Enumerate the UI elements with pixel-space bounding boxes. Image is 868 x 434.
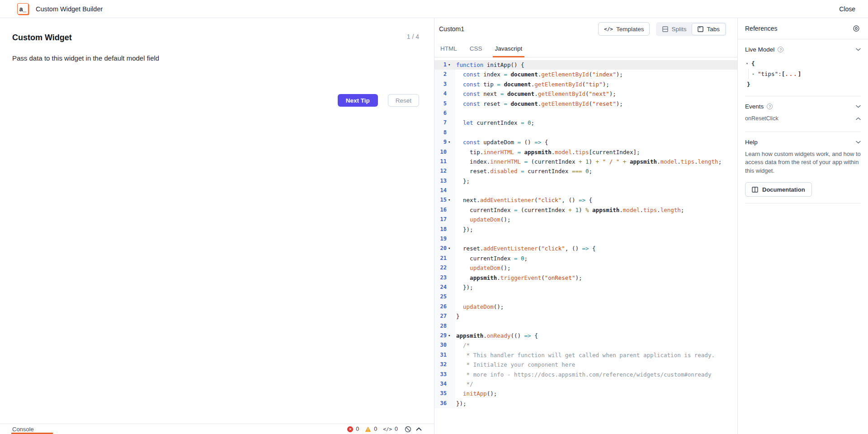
- line-number: 29: [434, 331, 447, 340]
- code-brackets-icon: </>: [604, 26, 613, 32]
- code-line[interactable]: 21 currentIndex = 0;: [434, 254, 737, 263]
- code-editor[interactable]: 1▾function initApp() {2 const index = do…: [434, 57, 737, 434]
- editor-tab-css[interactable]: CSS: [470, 40, 482, 57]
- code-text: index.innerHTML = (currentIndex + 1) + "…: [455, 157, 722, 166]
- reset-button[interactable]: Reset: [388, 94, 419, 107]
- code-text: const tip = document.getElementById("tip…: [455, 80, 609, 89]
- fold-spacer: [447, 254, 455, 263]
- code-line[interactable]: 8: [434, 128, 737, 137]
- code-line[interactable]: 15▾ next.addEventListener("click", () =>…: [434, 195, 737, 205]
- code-text: [455, 128, 456, 137]
- code-line[interactable]: 33 * more info - https://docs.appsmith.c…: [434, 370, 737, 379]
- code-line[interactable]: 12 reset.disabled = currentIndex === 0;: [434, 166, 737, 176]
- live-model-header[interactable]: Live Model ?: [745, 39, 861, 56]
- fold-spacer: [447, 166, 455, 176]
- fold-toggle-icon[interactable]: ▾: [447, 60, 455, 70]
- code-line[interactable]: 30 /*: [434, 340, 737, 350]
- code-line[interactable]: 25: [434, 292, 737, 302]
- gutter: 1▾: [434, 60, 455, 70]
- fold-toggle-icon[interactable]: ▾: [447, 195, 455, 205]
- code-line[interactable]: 28: [434, 321, 737, 331]
- help-text: Learn how custom widgets work, and how t…: [745, 148, 861, 175]
- fold-spacer: [447, 99, 455, 108]
- editor-tab-javascript[interactable]: Javascript: [495, 40, 523, 57]
- code-line[interactable]: 7 let currentIndex = 0;: [434, 118, 737, 127]
- line-number: 20: [434, 244, 447, 253]
- code-line[interactable]: 14: [434, 186, 737, 195]
- code-line[interactable]: 13 };: [434, 176, 737, 186]
- code-line[interactable]: 23 appsmith.triggerEvent("onReset");: [434, 273, 737, 283]
- templates-button[interactable]: </> Templates: [598, 22, 650, 36]
- close-button[interactable]: Close: [839, 5, 855, 13]
- code-text: const updateDom = () => {: [455, 137, 548, 147]
- code-line[interactable]: 34 */: [434, 379, 737, 389]
- code-line[interactable]: 9▾ const updateDom = () => {: [434, 137, 737, 147]
- eye-icon: [853, 25, 860, 32]
- code-line[interactable]: 10 tip.innerHTML = appsmith.model.tips[c…: [434, 147, 737, 157]
- tab-view-icon: [698, 26, 703, 32]
- line-number: 2: [434, 70, 447, 79]
- code-text: * Initialize your component here: [455, 360, 575, 369]
- code-text: });: [455, 399, 467, 408]
- code-line[interactable]: 11 index.innerHTML = (currentIndex + 1) …: [434, 157, 737, 166]
- help-header[interactable]: Help: [745, 132, 861, 148]
- code-line[interactable]: 29▾appsmith.onReady(() => {: [434, 331, 737, 340]
- gutter: 9▾: [434, 137, 455, 147]
- fold-toggle-icon[interactable]: ▾: [447, 331, 455, 340]
- next-tip-button[interactable]: Next Tip: [338, 94, 378, 107]
- tabs-label: Tabs: [707, 26, 720, 33]
- editor-tab-html[interactable]: HTML: [440, 40, 457, 57]
- splits-toggle[interactable]: Splits: [657, 23, 692, 35]
- app-title: Custom Widget Builder: [36, 5, 103, 13]
- code-icon: </>: [383, 426, 392, 432]
- events-header[interactable]: Events ?: [745, 96, 861, 113]
- code-line[interactable]: 16 currentIndex = (currentIndex + 1) % a…: [434, 205, 737, 215]
- clear-console-button[interactable]: [404, 425, 412, 434]
- collapse-console-button[interactable]: [415, 426, 423, 432]
- code-text: updateDom();: [455, 302, 504, 311]
- documentation-button[interactable]: Documentation: [745, 182, 812, 197]
- code-line[interactable]: 20▾ reset.addEventListener("click", () =…: [434, 244, 737, 253]
- code-line[interactable]: 5 const reset = document.getElementById(…: [434, 99, 737, 108]
- code-line[interactable]: 18 });: [434, 225, 737, 234]
- collapse-node-icon[interactable]: ▾: [746, 61, 751, 66]
- line-number: 24: [434, 283, 447, 292]
- code-line[interactable]: 26 updateDom();: [434, 302, 737, 311]
- code-line[interactable]: 3 const tip = document.getElementById("t…: [434, 80, 737, 89]
- json-key-row[interactable]: ▸ "tips" : [...]: [752, 69, 861, 79]
- expand-node-icon[interactable]: ▸: [752, 72, 758, 76]
- code-line[interactable]: 6: [434, 108, 737, 118]
- gutter: 26: [434, 302, 455, 311]
- code-line[interactable]: 36});: [434, 399, 737, 408]
- help-section: Help Learn how custom widgets work, and …: [738, 132, 868, 203]
- code-line[interactable]: 19: [434, 234, 737, 244]
- fold-spacer: [447, 389, 455, 398]
- code-line[interactable]: 35 initApp();: [434, 389, 737, 398]
- code-line[interactable]: 27}: [434, 311, 737, 321]
- gutter: 24: [434, 283, 455, 292]
- tabs-toggle[interactable]: Tabs: [692, 23, 726, 35]
- code-line[interactable]: 1▾function initApp() {: [434, 60, 737, 70]
- code-text: tip.innerHTML = appsmith.model.tips[curr…: [455, 147, 640, 157]
- line-number: 22: [434, 263, 447, 273]
- line-number: 27: [434, 311, 447, 321]
- console-tab[interactable]: Console: [12, 426, 34, 433]
- fold-toggle-icon[interactable]: ▾: [447, 137, 455, 147]
- code-line[interactable]: 24 });: [434, 283, 737, 292]
- code-line[interactable]: 31 * This handler function will get call…: [434, 350, 737, 360]
- code-line[interactable]: 2 const index = document.getElementById(…: [434, 70, 737, 79]
- fold-spacer: [447, 370, 455, 379]
- code-text: currentIndex = (currentIndex + 1) % apps…: [455, 205, 684, 215]
- code-line[interactable]: 17 updateDom();: [434, 215, 737, 224]
- references-visibility-button[interactable]: [852, 24, 861, 33]
- fold-spacer: [447, 350, 455, 360]
- event-item-onresetclick[interactable]: onResetClick: [745, 113, 861, 125]
- code-line[interactable]: 22 updateDom();: [434, 263, 737, 273]
- fold-toggle-icon[interactable]: ▾: [447, 244, 455, 253]
- appsmith-logo-icon: a_: [17, 3, 28, 14]
- code-line[interactable]: 32 * Initialize your component here: [434, 360, 737, 369]
- code-line[interactable]: 4 const next = document.getElementById("…: [434, 89, 737, 99]
- json-separator: :: [778, 71, 782, 77]
- gutter: 25: [434, 292, 455, 302]
- code-text: updateDom();: [455, 263, 510, 273]
